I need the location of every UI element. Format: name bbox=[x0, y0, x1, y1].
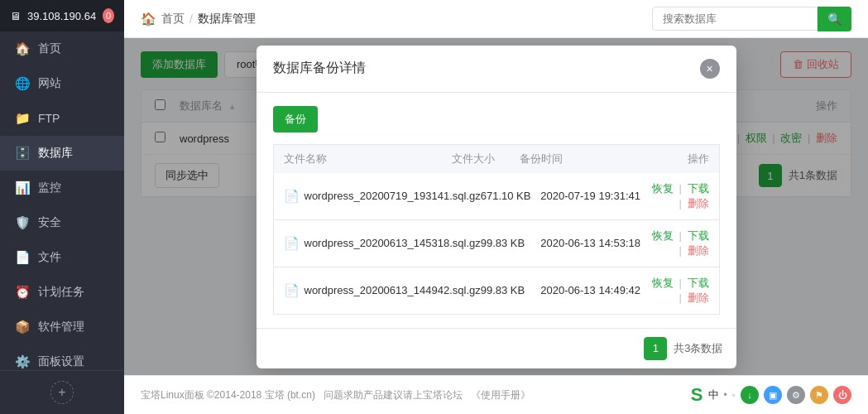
sidebar-label-database: 数据库 bbox=[38, 146, 73, 161]
modal-header: 数据库备份详情 × bbox=[257, 46, 736, 93]
backup-button[interactable]: 备份 bbox=[273, 106, 318, 132]
modal-body: 备份 文件名称 文件大小 备份时间 操作 📄 wordpress_2020071… bbox=[257, 93, 736, 328]
restore-link-0[interactable]: 恢复 bbox=[652, 182, 674, 195]
modal-size-2: 99.83 KB bbox=[481, 284, 541, 296]
modal-filename-2: 📄 wordpress_20200613_144942.sql.gz bbox=[284, 283, 481, 298]
sidebar-icon-database: 🗄️ bbox=[15, 146, 30, 161]
content-area: 添加数据库 root密码 phpMyAdmin 🗑 回收站 数据库名 ▲ 用户名… bbox=[124, 38, 868, 375]
modal-col-filename: 文件名称 bbox=[284, 152, 453, 166]
modal-col-ops: 操作 bbox=[641, 152, 709, 166]
file-icon-1: 📄 bbox=[284, 236, 300, 251]
modal-title: 数据库备份详情 bbox=[273, 60, 366, 77]
sidebar-item-ftp[interactable]: 📁FTP bbox=[0, 101, 124, 136]
sidebar-icon-website: 🌐 bbox=[15, 76, 30, 91]
baota-logo: S bbox=[691, 384, 703, 406]
modal-table-row: 📄 wordpress_20200613_144942.sql.gz 99.83… bbox=[273, 267, 720, 315]
sidebar-item-database[interactable]: 🗄️数据库 bbox=[0, 136, 124, 171]
sidebar-icon-home: 🏠 bbox=[15, 41, 30, 56]
breadcrumb-current: 数据库管理 bbox=[198, 12, 256, 26]
sidebar-icon-software: 📦 bbox=[15, 320, 30, 335]
modal-pagination-total: 共3条数据 bbox=[674, 341, 722, 356]
sidebar-item-software[interactable]: 📦软件管理 bbox=[0, 310, 124, 344]
sidebar-label-software: 软件管理 bbox=[38, 320, 84, 335]
backup-modal: 数据库备份详情 × 备份 文件名称 文件大小 备份时间 操作 bbox=[257, 46, 736, 368]
sidebar-nav: 🏠首页🌐网站📁FTP🗄️数据库📊监控🛡️安全📄文件⏰计划任务📦软件管理⚙️面板设… bbox=[0, 31, 124, 370]
modal-close-button[interactable]: × bbox=[700, 59, 720, 79]
sidebar-item-website[interactable]: 🌐网站 bbox=[0, 66, 124, 101]
monitor-icon: 🖥 bbox=[10, 10, 21, 22]
modal-filename-1: 📄 wordpress_20200613_145318.sql.gz bbox=[284, 236, 481, 251]
modal-time-1: 2020-06-13 14:53:18 bbox=[540, 237, 649, 249]
footer-copyright: 宝塔Linux面板 ©2014-2018 宝塔 (bt.cn) bbox=[141, 388, 315, 402]
modal-overlay: 数据库备份详情 × 备份 文件名称 文件大小 备份时间 操作 bbox=[124, 38, 868, 375]
modal-toolbar: 备份 bbox=[273, 106, 720, 132]
power-icon[interactable]: ⏻ bbox=[833, 386, 851, 404]
sidebar-icon-tasks: ⏰ bbox=[15, 285, 30, 300]
delete-backup-link-1[interactable]: 删除 bbox=[688, 244, 709, 257]
footer-icons: S 中 • ◦ ↓ ▣ ⚙ ⚑ ⏻ bbox=[691, 384, 851, 406]
page-footer: 宝塔Linux面板 ©2014-2018 宝塔 (bt.cn) 问题求助产品建议… bbox=[124, 375, 868, 414]
breadcrumb-sep: / bbox=[189, 12, 193, 26]
sidebar-label-security: 安全 bbox=[38, 215, 61, 230]
sidebar: 🖥 39.108.190.64 0 🏠首页🌐网站📁FTP🗄️数据库📊监控🛡️安全… bbox=[0, 0, 124, 414]
sidebar-label-monitor: 监控 bbox=[38, 181, 61, 195]
screen-icon[interactable]: ▣ bbox=[764, 386, 782, 404]
file-icon-0: 📄 bbox=[284, 189, 300, 204]
add-item-button[interactable]: + bbox=[50, 381, 74, 404]
sidebar-item-home[interactable]: 🏠首页 bbox=[0, 31, 124, 66]
sidebar-icon-files: 📄 bbox=[15, 250, 30, 265]
download-icon[interactable]: ↓ bbox=[741, 386, 759, 404]
footer-manual-link[interactable]: 《使用手册》 bbox=[471, 388, 530, 402]
modal-ops-2: 恢复 | 下载 | 删除 bbox=[649, 276, 709, 306]
modal-page-1[interactable]: 1 bbox=[644, 337, 667, 360]
sidebar-label-files: 文件 bbox=[38, 250, 61, 265]
modal-col-size: 文件大小 bbox=[452, 152, 520, 166]
modal-table-row: 📄 wordpress_20200719_193141.sql.gz 671.1… bbox=[273, 173, 720, 220]
main-area: 🏠 首页 / 数据库管理 🔍 添加数据库 root密码 phpMyAdmin 🗑… bbox=[124, 0, 868, 414]
footer-icon-dot2: ◦ bbox=[732, 389, 736, 401]
sidebar-item-files[interactable]: 📄文件 bbox=[0, 240, 124, 275]
modal-table-row: 📄 wordpress_20200613_145318.sql.gz 99.83… bbox=[273, 220, 720, 267]
footer-icon-dot1: • bbox=[724, 389, 727, 401]
delete-backup-link-0[interactable]: 删除 bbox=[688, 197, 709, 209]
modal-table-header: 文件名称 文件大小 备份时间 操作 bbox=[273, 144, 720, 173]
sidebar-icon-security: 🛡️ bbox=[15, 215, 30, 230]
modal-size-0: 671.10 KB bbox=[481, 190, 541, 202]
sidebar-label-ftp: FTP bbox=[38, 112, 60, 125]
modal-time-2: 2020-06-13 14:49:42 bbox=[540, 284, 649, 296]
sidebar-icon-panel: ⚙️ bbox=[15, 354, 30, 369]
flag-icon[interactable]: ⚑ bbox=[810, 386, 828, 404]
settings-icon2[interactable]: ⚙ bbox=[787, 386, 805, 404]
search-button[interactable]: 🔍 bbox=[818, 7, 851, 31]
modal-footer: 1 共3条数据 bbox=[257, 328, 736, 368]
notification-badge: 0 bbox=[103, 8, 114, 23]
restore-link-1[interactable]: 恢复 bbox=[652, 229, 674, 242]
footer-links: 宝塔Linux面板 ©2014-2018 宝塔 (bt.cn) 问题求助产品建议… bbox=[141, 388, 530, 402]
sidebar-label-panel: 面板设置 bbox=[38, 354, 84, 369]
sidebar-label-website: 网站 bbox=[38, 76, 61, 91]
sidebar-header: 🖥 39.108.190.64 0 bbox=[0, 0, 124, 31]
modal-ops-0: 恢复 | 下载 | 删除 bbox=[649, 181, 709, 211]
sidebar-item-security[interactable]: 🛡️安全 bbox=[0, 205, 124, 240]
download-link-2[interactable]: 下载 bbox=[688, 277, 709, 289]
sidebar-label-home: 首页 bbox=[38, 41, 61, 56]
delete-backup-link-2[interactable]: 删除 bbox=[688, 291, 709, 304]
search-wrap: 🔍 bbox=[652, 7, 851, 31]
footer-forum-link[interactable]: 问题求助产品建议请上宝塔论坛 bbox=[324, 388, 463, 402]
topbar-right: 🔍 bbox=[652, 7, 851, 31]
sidebar-item-panel[interactable]: ⚙️面板设置 bbox=[0, 344, 124, 370]
sidebar-icon-ftp: 📁 bbox=[15, 111, 30, 126]
breadcrumb-home[interactable]: 首页 bbox=[161, 12, 185, 26]
search-input[interactable] bbox=[652, 7, 818, 31]
file-icon-2: 📄 bbox=[284, 283, 300, 298]
sidebar-icon-monitor: 📊 bbox=[15, 181, 30, 195]
download-link-0[interactable]: 下载 bbox=[688, 182, 709, 195]
sidebar-item-monitor[interactable]: 📊监控 bbox=[0, 171, 124, 205]
sidebar-label-tasks: 计划任务 bbox=[38, 285, 84, 300]
download-link-1[interactable]: 下载 bbox=[688, 229, 709, 242]
sidebar-item-tasks[interactable]: ⏰计划任务 bbox=[0, 275, 124, 310]
server-ip: 39.108.190.64 bbox=[27, 10, 96, 22]
breadcrumb: 🏠 首页 / 数据库管理 bbox=[141, 12, 256, 26]
modal-time-0: 2020-07-19 19:31:41 bbox=[540, 190, 649, 202]
restore-link-2[interactable]: 恢复 bbox=[652, 277, 674, 289]
